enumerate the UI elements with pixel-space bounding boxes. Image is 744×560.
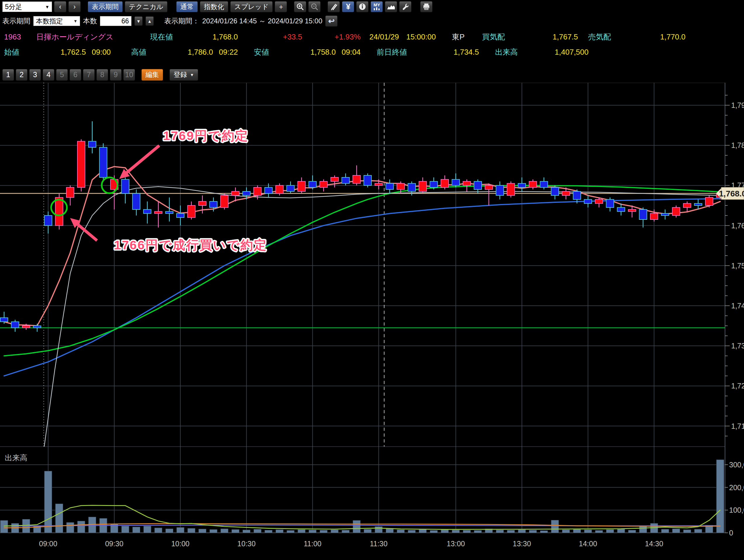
technical-label: テクニカル bbox=[129, 2, 163, 11]
chevron-down-icon: ▼ bbox=[45, 4, 49, 9]
tab-label: 8 bbox=[100, 70, 104, 79]
tab-8[interactable]: 8 bbox=[97, 69, 108, 81]
tab-4[interactable]: 4 bbox=[43, 69, 54, 81]
crosshair-icon: ＋ bbox=[277, 2, 284, 11]
tab-10[interactable]: 10 bbox=[123, 69, 135, 81]
volume-moving-averages bbox=[4, 505, 720, 529]
chevron-left-icon: ‹ bbox=[59, 3, 61, 11]
my-chart-button[interactable]: MY bbox=[371, 1, 383, 12]
print-button[interactable] bbox=[420, 1, 433, 12]
current-price-label: 現在値 bbox=[150, 32, 185, 42]
yen-icon: ¥ bbox=[346, 2, 350, 11]
tab-1[interactable]: 1 bbox=[2, 69, 14, 81]
info-button[interactable] bbox=[356, 1, 369, 12]
area-chart-icon bbox=[387, 3, 395, 10]
high-value: 1,786.0 bbox=[166, 48, 213, 57]
svg-text:1,740: 1,740 bbox=[731, 302, 744, 310]
tab-label: 1 bbox=[6, 70, 10, 79]
indexed-mode-button[interactable]: 指数化 bbox=[200, 1, 228, 12]
svg-text:1,720: 1,720 bbox=[731, 382, 744, 390]
high-label: 高値 bbox=[131, 47, 166, 57]
tab-label: 4 bbox=[46, 70, 50, 79]
edit-tabs-button[interactable]: 編集 bbox=[142, 69, 163, 81]
svg-text:0: 0 bbox=[729, 529, 733, 537]
svg-text:10:30: 10:30 bbox=[237, 539, 256, 548]
high-time: 09:22 bbox=[219, 48, 242, 57]
axes: 1,7901,7801,7701,7601,7501,7401,7301,720… bbox=[5, 95, 744, 548]
area-chart-button[interactable] bbox=[385, 1, 397, 12]
quote-bar: 1963 日揮ホールディングス 現在値 1,768.0 +33.5 +1.93%… bbox=[0, 29, 744, 44]
interval-select[interactable]: 5分足 ▼ bbox=[2, 1, 52, 12]
quote-time: 15:00:00 bbox=[406, 32, 436, 41]
svg-text:09:30: 09:30 bbox=[105, 539, 124, 548]
display-period-button[interactable]: 表示期間 bbox=[88, 1, 123, 12]
bid-label: 買気配 bbox=[482, 32, 505, 42]
count-mode-select[interactable]: 本数指定 ▼ bbox=[33, 16, 80, 26]
prev-close-value: 1,734.5 bbox=[429, 48, 479, 57]
svg-text:13:30: 13:30 bbox=[513, 539, 531, 548]
svg-text:11:00: 11:00 bbox=[304, 539, 322, 548]
chevron-right-icon: › bbox=[73, 3, 76, 11]
low-value: 1,758.0 bbox=[289, 48, 336, 57]
svg-text:10:00: 10:00 bbox=[171, 539, 190, 548]
low-label: 安値 bbox=[254, 47, 289, 57]
count-decrement-button[interactable]: ▼ bbox=[135, 16, 143, 26]
ohlc-bar: 始値 1,762.5 09:00 高値 1,786.0 09:22 安値 1,7… bbox=[0, 44, 744, 60]
volume-label: 出来高 bbox=[495, 47, 530, 57]
svg-text:200,000: 200,000 bbox=[729, 483, 744, 492]
current-price-value: 1,768.0 bbox=[185, 32, 238, 41]
zoom-in-icon bbox=[296, 3, 304, 10]
zoom-in-button[interactable] bbox=[294, 1, 306, 12]
range-value: 2024/01/26 14:45 ～ 2024/01/29 15:00 bbox=[202, 16, 322, 26]
current-price-tag: 1,768.0 bbox=[716, 187, 744, 200]
yen-scale-button[interactable]: ¥ bbox=[342, 1, 354, 12]
tab-label: 10 bbox=[125, 70, 133, 79]
svg-text:1,750: 1,750 bbox=[731, 262, 744, 270]
quote-date: 24/01/29 bbox=[369, 32, 399, 41]
tab-5[interactable]: 5 bbox=[56, 69, 68, 81]
svg-text:1,790: 1,790 bbox=[731, 101, 744, 109]
stock-code: 1963 bbox=[4, 32, 36, 41]
zoom-out-button[interactable] bbox=[308, 1, 321, 12]
printer-icon bbox=[422, 3, 430, 10]
tab-6[interactable]: 6 bbox=[70, 69, 81, 81]
tab-7[interactable]: 7 bbox=[83, 69, 95, 81]
draw-pencil-button[interactable] bbox=[328, 1, 340, 12]
normal-mode-button[interactable]: 通常 bbox=[176, 1, 198, 12]
chart-app-window: 5分足 ▼ ‹ › 表示期間 テクニカル 通常 指数化 スプレッド ＋ ¥ MY bbox=[0, 0, 744, 560]
svg-text:1,710: 1,710 bbox=[731, 422, 744, 430]
count-increment-button[interactable]: ▲ bbox=[146, 16, 154, 26]
count-input[interactable]: 66 bbox=[100, 16, 132, 26]
annotation-arrow bbox=[125, 146, 159, 174]
info-icon bbox=[359, 3, 366, 10]
svg-text:14:00: 14:00 bbox=[579, 539, 597, 548]
tab-label: 5 bbox=[60, 70, 64, 79]
reset-range-button[interactable]: ↩ bbox=[325, 15, 337, 27]
prev-close-label: 前日終値 bbox=[377, 47, 429, 57]
tab-label: 3 bbox=[33, 70, 37, 79]
tab-3[interactable]: 3 bbox=[29, 69, 41, 81]
svg-text:300,000: 300,000 bbox=[729, 461, 744, 469]
count-mode-value: 本数指定 bbox=[36, 17, 63, 26]
technical-button[interactable]: テクニカル bbox=[125, 1, 168, 12]
volume-value: 1,407,500 bbox=[530, 48, 589, 57]
chart-canvas[interactable]: 1,7901,7801,7701,7601,7501,7401,7301,720… bbox=[0, 83, 744, 560]
return-arrow-icon: ↩ bbox=[328, 17, 335, 26]
register-label: 登録 bbox=[174, 70, 187, 79]
ask-value: 1,770.0 bbox=[611, 32, 685, 41]
moving-averages bbox=[4, 166, 720, 450]
crosshair-button[interactable]: ＋ bbox=[275, 1, 287, 12]
chart-area[interactable]: 1,7901,7801,7701,7601,7501,7401,7301,720… bbox=[0, 83, 744, 560]
tab-2[interactable]: 2 bbox=[16, 69, 28, 81]
next-interval-button[interactable]: › bbox=[68, 1, 81, 12]
tab-9[interactable]: 9 bbox=[110, 69, 121, 81]
annotation-text: 1766円で成行買いで約定 bbox=[114, 238, 267, 252]
count-label: 本数 bbox=[83, 16, 97, 26]
pencil-icon bbox=[330, 3, 337, 10]
register-button[interactable]: 登録 ▼ bbox=[170, 69, 198, 81]
open-value: 1,762.5 bbox=[48, 48, 86, 57]
spread-mode-button[interactable]: スプレッド bbox=[230, 1, 273, 12]
settings-wrench-button[interactable] bbox=[399, 1, 411, 12]
low-time: 09:04 bbox=[342, 48, 365, 57]
prev-interval-button[interactable]: ‹ bbox=[54, 1, 66, 12]
